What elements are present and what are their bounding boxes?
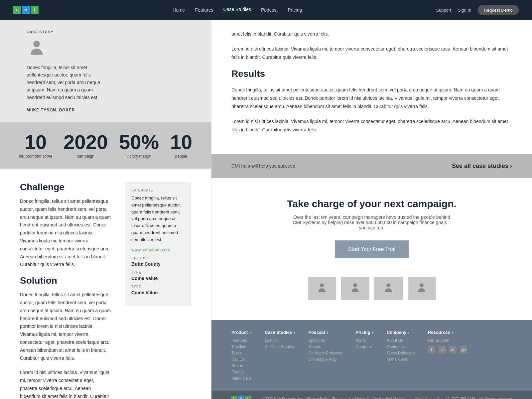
right-column: amet felis in blandit. Curabitur quis vi… xyxy=(211,20,532,399)
district-value: Butte County xyxy=(131,261,185,267)
cta-link-text: See all case studies xyxy=(452,163,508,170)
footer-apple-podcasts[interactable]: On Apple Podcasts xyxy=(308,351,342,355)
person-icon-3 xyxy=(383,283,393,293)
stats-bar: 10 net promotor score 2020 campaign 50% … xyxy=(0,122,211,169)
footer-tasks[interactable]: Tasks xyxy=(231,351,251,355)
support-link[interactable]: Support xyxy=(436,8,451,13)
page-body: CASE STUDY Donec fringilla, tellus sit a… xyxy=(0,20,532,399)
email-address: info@cmisystems.co xyxy=(478,397,512,399)
testimonial-row xyxy=(231,277,512,300)
candidate-card-inner: CANDIDATE Donec fringilla, tellus sit am… xyxy=(125,182,191,306)
footer-news[interactable]: In the News xyxy=(387,357,415,362)
footer-events[interactable]: Events xyxy=(231,370,251,374)
footer-get-support[interactable]: Get Support xyxy=(428,338,467,343)
stat-campaign: 2020 campaign xyxy=(64,132,108,159)
header: C M I Home Features Case Studies Podcast… xyxy=(0,0,532,20)
stat-people: 10 people xyxy=(170,132,192,159)
footer-guests[interactable]: Guests xyxy=(308,344,342,349)
start-free-trial-button[interactable]: Start Your Free Trial xyxy=(335,240,409,258)
social-icons: f t in gh xyxy=(428,346,467,353)
candidate-link[interactable]: www.somebum.com xyxy=(131,247,185,252)
chevron-icon-res: › xyxy=(452,330,453,335)
content-left: Challenge Donec fringilla, tellus sit am… xyxy=(20,182,125,399)
candidate-label: CANDIDATE xyxy=(131,189,185,192)
footer-logo-c: C xyxy=(231,396,237,399)
results-para2: Lorem id nisi ultrices lacinia. Vivamus … xyxy=(231,117,512,134)
do-not-sell-link[interactable]: Do Not Sell My Info xyxy=(373,397,405,399)
footer-pricing-title: Pricing › xyxy=(356,330,373,335)
results-para1: Donec fringilla, tellus sit amet pellent… xyxy=(231,86,512,111)
stat-number-victory: 50% xyxy=(119,132,159,152)
footer-about[interactable]: About Us xyxy=(387,338,415,343)
solution-text1: Donec fringilla, tellus sit amet pellent… xyxy=(20,291,111,362)
nav-pricing[interactable]: Pricing xyxy=(288,7,302,13)
person-icon-4 xyxy=(417,283,427,293)
github-icon[interactable]: gh xyxy=(460,346,467,353)
stat-net-promotor: 10 net promotor score xyxy=(19,132,53,159)
nav-podcast[interactable]: Podcast xyxy=(261,7,278,13)
footer-case-studies-title: Case Studies › xyxy=(265,330,295,335)
challenge-title: Challenge xyxy=(20,182,111,193)
footer-video-calls[interactable]: Video Calls xyxy=(231,376,251,381)
copyright: © 2020 CMI Systems, Inc. xyxy=(261,397,304,399)
footer-bottom: C M I © 2020 CMI Systems, Inc. | Privacy… xyxy=(211,391,532,399)
footer-timeline[interactable]: Timeline xyxy=(231,344,251,349)
stat-number-nps: 10 xyxy=(19,132,53,152)
footer-call-list[interactable]: Call List xyxy=(231,357,251,362)
article-para1: Lorem id nisi ultrices lacinia. Vivamus … xyxy=(231,45,512,62)
nav-home[interactable]: Home xyxy=(173,7,185,13)
footer-all-case-studies[interactable]: All Case Studies xyxy=(265,344,295,349)
nav-case-studies[interactable]: Case Studies xyxy=(223,7,251,13)
candidate-text: Donec fringilla, tellus sit amet pellent… xyxy=(131,195,185,243)
footer-episodes[interactable]: Episodes xyxy=(308,338,342,343)
chevron-icon-pr: › xyxy=(372,330,373,335)
footer-contact: General Inquiries: +1 (707) 366-2186 | i… xyxy=(415,397,512,399)
sign-in-link[interactable]: Sign In xyxy=(458,8,471,13)
footer-col-company: Company › About Us Contact Us Press Rele… xyxy=(387,330,415,382)
case-study-label: CASE STUDY xyxy=(27,30,201,34)
district-label: DISTRICT xyxy=(131,256,185,260)
footer-compare[interactable]: Compare xyxy=(356,344,373,349)
request-demo-button[interactable]: Request Demo xyxy=(478,5,519,15)
footer-col-pricing: Pricing › Plans Compare xyxy=(356,330,373,382)
facebook-icon[interactable]: f xyxy=(428,346,435,353)
footer-google-play[interactable]: On Google Play xyxy=(308,357,342,362)
footer-col-case-studies: Case Studies › Lastest All Case Studies xyxy=(265,330,295,382)
cta-text: CMI help will help you succeed. xyxy=(231,163,297,169)
cta-arrow-icon: › xyxy=(510,163,512,170)
footer-features[interactable]: Features xyxy=(231,338,251,343)
logo-i: I xyxy=(31,6,39,14)
testimonial-thumb-1 xyxy=(308,277,336,300)
campaign-section: Take charge of your next campaign. Over … xyxy=(211,178,532,320)
nav-features[interactable]: Features xyxy=(195,7,213,13)
general-inquiries-label: General Inquiries: xyxy=(415,397,444,399)
sitemap-link[interactable]: Sitemap xyxy=(357,397,370,399)
privacy-link[interactable]: Privacy Policy xyxy=(307,397,330,399)
solution-title: Solution xyxy=(20,275,111,286)
footer-legal: © 2020 CMI Systems, Inc. | Privacy Polic… xyxy=(261,397,405,399)
case-study-author: MIIKE TYSON, BOXER xyxy=(27,108,201,112)
logo-m: M xyxy=(22,6,30,14)
testimonial-thumb-2 xyxy=(341,277,369,300)
footer-columns: Product › Features Timeline Tasks Call L… xyxy=(231,330,512,382)
solution-text2: Lorem id nisi ultrices lacinia. Vivamus … xyxy=(20,369,111,399)
challenge-text: Donec fringilla, tellus sit amet pellent… xyxy=(20,198,111,269)
type-value-2: Come Value xyxy=(131,290,185,295)
twitter-icon[interactable]: t xyxy=(439,346,446,353)
person-icon-1 xyxy=(317,283,327,293)
footer-podcast-title: Podcast › xyxy=(308,330,342,335)
left-column: CASE STUDY Donec fringilla, tellus sit a… xyxy=(0,20,211,399)
linkedin-icon[interactable]: in xyxy=(449,346,457,353)
footer-contact[interactable]: Contact Us xyxy=(387,344,415,349)
chevron-icon-cs: › xyxy=(294,330,295,335)
footer-plans[interactable]: Plans xyxy=(356,338,373,343)
footer-press[interactable]: Press Releases xyxy=(387,351,415,355)
stat-number-campaign: 2020 xyxy=(64,132,108,152)
stat-label-campaign: campaign xyxy=(64,154,108,159)
logo: C M I xyxy=(13,6,39,14)
case-study-text: Donec fringilla, tellus sit amet pellent… xyxy=(27,64,103,101)
footer-reports[interactable]: Reports xyxy=(231,363,251,368)
footer-latest[interactable]: Lastest xyxy=(265,338,295,343)
see-all-case-studies-link[interactable]: See all case studies › xyxy=(452,163,512,170)
terms-link[interactable]: Terms of Use xyxy=(332,397,354,399)
